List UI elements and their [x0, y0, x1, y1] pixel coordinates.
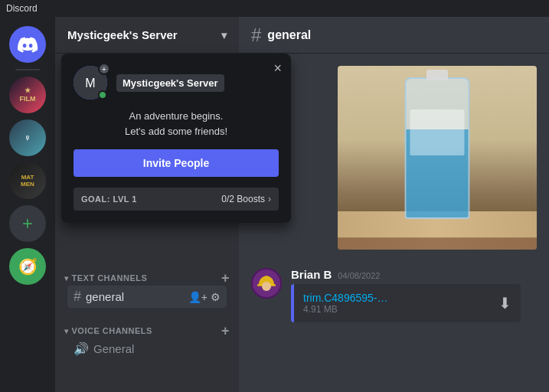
message-timestamp: 04/08/2022 — [338, 271, 380, 280]
title-bar: Discord — [0, 0, 549, 17]
voice-channel-name: General — [93, 342, 134, 355]
server-icon-podcast[interactable]: 🎙 — [9, 119, 46, 156]
message-content: Brian B 04/08/2022 trim.C4896595-… 4.91 … — [291, 268, 537, 322]
channel-actions: 👤+ ⚙ — [188, 291, 221, 303]
file-info: trim.C4896595-… 4.91 MB — [303, 292, 491, 315]
message-row: Brian B 04/08/2022 trim.C4896595-… 4.91 … — [251, 268, 537, 322]
popup-server-name-badge: Mysticgeek's Server — [116, 74, 224, 92]
online-indicator — [98, 90, 107, 100]
voice-channels-chevron-icon: ▾ — [64, 327, 69, 335]
voice-channels-category: ▾ VOICE CHANNELS + 🔊 General — [55, 312, 239, 363]
app-title: Discord — [6, 3, 38, 14]
server-icon-movie[interactable]: ★FILM — [9, 77, 46, 113]
popup-server-info: M + Mysticgeek's Server — [74, 66, 279, 100]
file-name: trim.C4896595-… — [303, 292, 491, 304]
message-avatar — [251, 268, 282, 299]
speaker-icon: 🔊 — [74, 341, 89, 356]
settings-channel-icon[interactable]: ⚙ — [211, 291, 221, 303]
channel-sidebar: Mysticgeek's Server ▾ × M + Mysticgeek's… — [55, 17, 239, 392]
channel-list: ▾ TEXT CHANNELS + # general 👤+ ⚙ — [55, 253, 239, 392]
server-chevron-icon: ▾ — [221, 29, 227, 41]
app-container: ★FILM 🎙 MATMEN + 🧭 Mysticgeek's Server — [0, 17, 549, 392]
svg-point-5 — [262, 282, 271, 291]
explore-servers-button[interactable]: 🧭 — [9, 248, 46, 285]
server-icon-mat[interactable]: MATMEN — [9, 162, 46, 199]
text-channels-header[interactable]: ▾ TEXT CHANNELS + — [61, 271, 233, 285]
chat-header: # general — [239, 17, 549, 54]
channel-item-voice-general[interactable]: 🔊 General — [67, 338, 227, 359]
message-author: Brian B — [291, 268, 332, 281]
voice-channels-label: VOICE CHANNELS — [72, 326, 152, 335]
svg-text:M: M — [85, 77, 95, 90]
chat-image — [338, 66, 537, 250]
add-server-button[interactable]: + — [9, 205, 46, 242]
boost-goal-value: 0/2 Boosts › — [221, 194, 271, 204]
add-voice-channel-button[interactable]: + — [221, 324, 230, 338]
download-icon[interactable]: ⬇ — [498, 294, 511, 312]
chat-header-channel-name: general — [267, 28, 311, 42]
popup-server-avatar: M + — [74, 66, 107, 100]
server-icon-home[interactable] — [9, 26, 46, 63]
invite-people-button[interactable]: Invite People — [74, 149, 279, 177]
text-channels-chevron-icon: ▾ — [64, 274, 69, 283]
message-meta: Brian B 04/08/2022 — [291, 268, 537, 281]
chat-image-container — [251, 66, 537, 250]
user-avatar-image — [251, 268, 282, 299]
add-text-channel-button[interactable]: + — [221, 271, 230, 285]
server-name: Mysticgeek's Server — [67, 28, 178, 41]
file-size: 4.91 MB — [303, 304, 491, 315]
invite-channel-icon[interactable]: 👤+ — [188, 291, 208, 303]
boost-goal-label: GOAL: LVL 1 — [81, 194, 137, 204]
voice-channels-header[interactable]: ▾ VOICE CHANNELS + — [61, 324, 233, 338]
channel-name-general: general — [86, 290, 124, 303]
popup-plus-icon: + — [98, 63, 110, 75]
popup-close-button[interactable]: × — [273, 61, 282, 75]
text-channels-category: ▾ TEXT CHANNELS + # general 👤+ ⚙ — [55, 259, 239, 312]
server-header[interactable]: Mysticgeek's Server ▾ — [55, 17, 239, 54]
hash-icon: # — [74, 289, 81, 305]
server-divider — [15, 69, 40, 70]
server-popup: × M + Mysticgeek's Server An adventure b… — [61, 54, 291, 223]
boost-chevron-icon: › — [268, 194, 271, 204]
boost-goal-row[interactable]: GOAL: LVL 1 0/2 Boosts › — [74, 188, 279, 211]
file-attachment[interactable]: trim.C4896595-… 4.91 MB ⬇ — [291, 284, 521, 322]
channel-item-general[interactable]: # general 👤+ ⚙ — [67, 286, 227, 308]
text-channels-label: TEXT CHANNELS — [72, 273, 148, 283]
server-list: ★FILM 🎙 MATMEN + 🧭 — [0, 17, 55, 392]
popup-description: An adventure begins. Let's add some frie… — [74, 109, 279, 139]
chat-header-hash-icon: # — [251, 24, 261, 46]
